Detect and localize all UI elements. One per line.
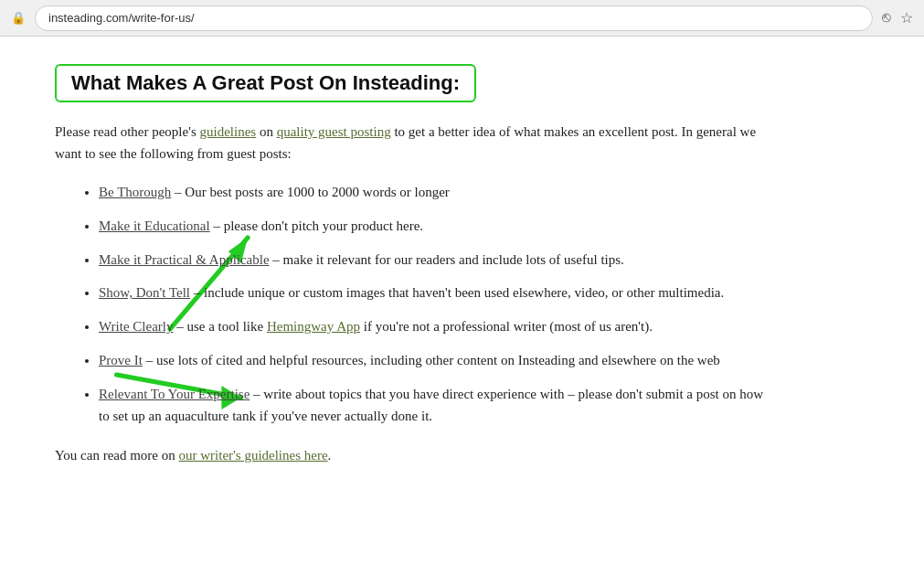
lock-icon: 🔒 (11, 11, 26, 26)
section-heading: What Makes A Great Post On Insteading: (55, 64, 476, 102)
url-bar[interactable]: insteading.com/write-for-us/ (35, 5, 873, 31)
page-content: What Makes A Great Post On Insteading: P… (0, 37, 924, 585)
browser-actions: ⎋ ☆ (882, 9, 913, 27)
list-item: Write Clearly – use a tool like Hemingwa… (99, 315, 768, 338)
list-item: Be Thorough – Our best posts are 1000 to… (99, 181, 768, 204)
hemingway-app-link[interactable]: Hemingway App (267, 319, 360, 334)
footer-part1: You can read more on (55, 448, 179, 463)
prove-it-text: – use lots of cited and helpful resource… (146, 353, 720, 367)
write-clearly-end: if you're not a professional writer (mos… (360, 319, 653, 334)
list-container: Be Thorough – Our best posts are 1000 to… (73, 181, 869, 428)
list-item: Make it Practical & Applicable – make it… (99, 249, 768, 271)
list-item: Relevant To Your Expertise – write about… (99, 383, 768, 429)
list-item: Prove It – use lots of cited and helpful… (99, 349, 768, 372)
bookmark-icon[interactable]: ☆ (900, 9, 913, 27)
writers-guidelines-link[interactable]: our writer's guidelines here (179, 448, 328, 463)
browser-chrome: 🔒 insteading.com/write-for-us/ ⎋ ☆ (0, 0, 924, 37)
show-dont-tell-link[interactable]: Show, Don't Tell (99, 285, 190, 300)
be-thorough-link[interactable]: Be Thorough (99, 185, 171, 199)
relevant-expertise-link[interactable]: Relevant To Your Expertise (99, 387, 250, 401)
section-heading-wrapper: What Makes A Great Post On Insteading: (55, 64, 869, 121)
intro-part1: Please read other people's (55, 124, 199, 139)
footer-part2: . (328, 448, 332, 463)
intro-part2: on (256, 124, 277, 139)
post-list: Be Thorough – Our best posts are 1000 to… (73, 181, 768, 428)
intro-paragraph: Please read other people's guidelines on… (55, 121, 768, 165)
url-text: insteading.com/write-for-us/ (48, 11, 195, 25)
make-practical-text: – make it relevant for our readers and i… (272, 252, 623, 267)
show-dont-tell-text: – include unique or custom images that h… (194, 285, 724, 300)
write-clearly-link[interactable]: Write Clearly (99, 319, 173, 334)
footer-paragraph: You can read more on our writer's guidel… (55, 448, 768, 463)
make-practical-link[interactable]: Make it Practical & Applicable (99, 252, 270, 267)
quality-guest-posting-link[interactable]: quality guest posting (277, 124, 391, 139)
make-educational-text: – please don't pitch your product here. (213, 218, 423, 233)
prove-it-link[interactable]: Prove It (99, 353, 143, 367)
write-clearly-middle: – use a tool like (176, 319, 267, 334)
list-item: Make it Educational – please don't pitch… (99, 215, 768, 238)
share-icon[interactable]: ⎋ (882, 9, 891, 27)
be-thorough-text: – Our best posts are 1000 to 2000 words … (175, 185, 450, 199)
make-educational-link[interactable]: Make it Educational (99, 218, 210, 233)
guidelines-link[interactable]: guidelines (199, 124, 256, 139)
list-item: Show, Don't Tell – include unique or cus… (99, 282, 768, 304)
